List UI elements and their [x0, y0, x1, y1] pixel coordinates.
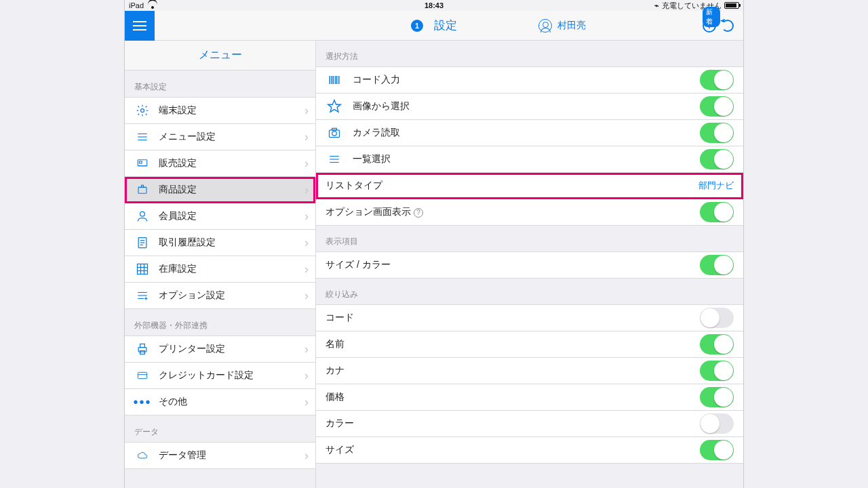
detail-row-row: サイズ / カラー [316, 252, 743, 279]
register-icon [134, 156, 151, 171]
section-header: 選択方法 [316, 41, 743, 67]
row-label: コード [326, 312, 354, 324]
status-time: 18:43 [125, 1, 743, 9]
svg-rect-9 [142, 185, 144, 187]
row-label: サイズ [326, 444, 354, 456]
row-label: 価格 [326, 391, 344, 403]
row-value: 部門ナビ [698, 180, 734, 192]
row-label: 一覧選択 [353, 153, 391, 165]
list-icon [326, 151, 343, 167]
sidebar-item-label: 在庫設定 [159, 263, 197, 275]
sidebar-item-doc[interactable]: 取引履歴設定› [125, 230, 315, 256]
detail-row-row[interactable]: リストタイプ部門ナビ [316, 173, 743, 199]
detail-row-row: サイズ [316, 437, 743, 464]
new-badge: 新着 [703, 7, 720, 27]
detail-row-row: カナ [316, 358, 743, 384]
sidebar-item-label: 販売設定 [159, 157, 197, 169]
sidebar-item-dots[interactable]: •••その他› [125, 389, 315, 415]
row-label: カナ [326, 365, 344, 377]
sidebar-item-lines[interactable]: メニュー設定› [125, 124, 315, 150]
refresh-button[interactable] [722, 20, 734, 32]
section-header: 表示項目 [316, 226, 743, 252]
sidebar-item-printer[interactable]: プリンター設定› [125, 336, 315, 363]
app-header: 1 設定 村田亮 新着 ! [125, 11, 743, 41]
detail-row-row: コード入力 [316, 67, 743, 94]
toggle-row[interactable] [700, 413, 734, 434]
detail-row-row: 名前 [316, 331, 743, 358]
toggle-row[interactable] [700, 361, 734, 381]
chevron-right-icon: › [304, 262, 309, 277]
dots-icon: ••• [134, 394, 151, 409]
chevron-right-icon: › [304, 342, 309, 357]
svg-point-38 [332, 131, 337, 136]
chevron-right-icon: › [304, 130, 309, 144]
sidebar-item-label: 取引履歴設定 [159, 237, 216, 249]
sidebar-item-label: その他 [159, 396, 187, 408]
sidebar-group-header: データ [125, 415, 315, 443]
pos-settings-screen: iPad 18:43 ⌁ 充電していません 1 設定 村田亮 新着 ! メニュー… [124, 0, 744, 488]
chevron-right-icon: › [304, 157, 309, 171]
chevron-right-icon: › [304, 104, 309, 118]
sidebar-item-label: メニュー設定 [159, 131, 216, 143]
detail-row-row: 価格 [316, 384, 743, 411]
settings-sidebar: メニュー 基本設定端末設定›メニュー設定›販売設定›商品設定›会員設定›取引履歴… [125, 41, 316, 488]
star-icon [326, 98, 343, 115]
grid-icon [134, 262, 151, 277]
row-label: カメラ読取 [353, 127, 400, 139]
toggle-row[interactable] [700, 70, 734, 90]
linesplus-icon [134, 288, 151, 303]
sidebar-item-label: プリンター設定 [159, 343, 225, 355]
section-header: 絞り込み [316, 279, 743, 305]
svg-rect-7 [138, 187, 146, 193]
sidebar-item-card[interactable]: クレジットカード設定› [125, 363, 315, 389]
row-label: カラー [326, 418, 354, 430]
row-label: 名前 [326, 338, 344, 350]
toggle-row[interactable] [700, 440, 734, 460]
sidebar-item-register[interactable]: 販売設定› [125, 150, 315, 177]
toggle-row[interactable] [700, 149, 734, 169]
toggle-row[interactable] [700, 308, 734, 328]
svg-rect-26 [140, 344, 145, 348]
current-user[interactable]: 村田亮 [538, 19, 586, 33]
sidebar-title: メニュー [125, 41, 315, 70]
page-title: 設定 [434, 19, 457, 32]
printer-icon [134, 342, 151, 357]
sidebar-item-label: 会員設定 [159, 210, 197, 222]
toggle-row[interactable] [700, 96, 734, 117]
sidebar-item-label: 端末設定 [159, 104, 197, 117]
camera-icon [326, 125, 343, 141]
chevron-right-icon: › [304, 289, 309, 303]
row-label: オプション画面表示? [326, 206, 423, 218]
detail-row-row: コード [316, 305, 743, 331]
row-label: サイズ / カラー [326, 259, 391, 271]
toggle-row[interactable] [700, 123, 734, 143]
sidebar-item-linesplus[interactable]: オプション設定› [125, 283, 315, 309]
hamburger-button[interactable] [125, 11, 155, 41]
svg-marker-36 [328, 100, 340, 112]
sidebar-item-grid[interactable]: 在庫設定› [125, 256, 315, 283]
sidebar-item-gear[interactable]: 端末設定› [125, 98, 315, 124]
detail-row-row: 画像から選択 [316, 94, 743, 120]
svg-rect-6 [140, 161, 142, 163]
user-name: 村田亮 [557, 20, 586, 32]
toggle-row[interactable] [700, 387, 734, 407]
toggle-row[interactable] [700, 255, 734, 275]
ios-status-bar: iPad 18:43 ⌁ 充電していません [125, 0, 743, 11]
doc-icon [134, 235, 151, 250]
sidebar-item-cloud[interactable]: データ管理› [125, 443, 315, 469]
toggle-row[interactable] [700, 202, 734, 222]
user-icon [134, 209, 151, 224]
user-icon [538, 19, 552, 33]
row-label: コード入力 [353, 74, 400, 86]
chevron-right-icon: › [304, 183, 309, 197]
sidebar-group-header: 外部機器・外部連携 [125, 309, 315, 336]
barcode-icon [326, 72, 343, 88]
step-badge: 1 [411, 20, 423, 32]
svg-rect-15 [138, 264, 148, 274]
toggle-row[interactable] [700, 334, 734, 354]
sidebar-item-product[interactable]: 商品設定› [125, 177, 315, 203]
sidebar-item-user[interactable]: 会員設定› [125, 203, 315, 230]
help-icon[interactable]: ? [414, 208, 423, 218]
svg-rect-27 [140, 351, 145, 354]
detail-row-row: カメラ読取 [316, 120, 743, 146]
